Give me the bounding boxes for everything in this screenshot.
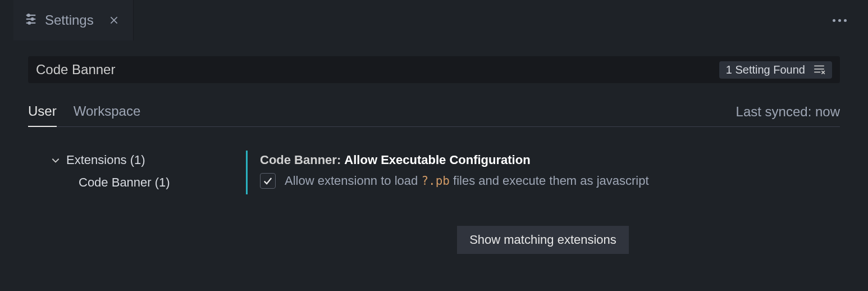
check-icon <box>262 175 273 187</box>
clear-filter-icon[interactable] <box>813 63 825 76</box>
tree-label: Extensions (1) <box>66 153 145 167</box>
setting-item: Code Banner: Allow Executable Configurat… <box>246 151 840 194</box>
close-icon[interactable] <box>106 12 122 28</box>
setting-description: Allow extensionn to load ?.pb files and … <box>285 174 649 188</box>
sync-status: Last synced: now <box>736 104 840 126</box>
search-row: 1 Setting Found <box>28 56 840 83</box>
svg-point-5 <box>28 22 30 24</box>
setting-title: Code Banner: Allow Executable Configurat… <box>260 153 840 167</box>
show-matching-extensions-button[interactable]: Show matching extensions <box>457 226 629 254</box>
results-count: 1 Setting Found <box>726 63 805 76</box>
chevron-down-icon <box>51 155 61 165</box>
tab-title: Settings <box>45 12 94 28</box>
tree-item-extensions[interactable]: Extensions (1) <box>51 151 246 170</box>
tree-item-code-banner[interactable]: Code Banner (1) <box>51 170 246 193</box>
code-token: ?.pb <box>421 174 450 188</box>
scope-tab-workspace[interactable]: Workspace <box>74 103 141 126</box>
results-badge: 1 Setting Found <box>719 61 832 79</box>
settings-tab[interactable]: Settings <box>13 0 134 40</box>
scope-tab-user[interactable]: User <box>28 103 57 127</box>
settings-content: 1 Setting Found User Workspace Last sync… <box>0 40 868 254</box>
svg-point-4 <box>31 18 34 20</box>
settings-list-icon <box>25 13 37 28</box>
scope-row: User Workspace Last synced: now <box>28 103 840 127</box>
settings-tree: Extensions (1) Code Banner (1) <box>28 151 246 254</box>
more-actions-icon[interactable] <box>828 15 851 26</box>
settings-search-input[interactable] <box>36 62 719 78</box>
svg-point-3 <box>28 14 30 16</box>
settings-list: Code Banner: Allow Executable Configurat… <box>246 151 840 254</box>
setting-checkbox[interactable] <box>260 173 276 189</box>
tab-bar: Settings <box>0 0 868 40</box>
